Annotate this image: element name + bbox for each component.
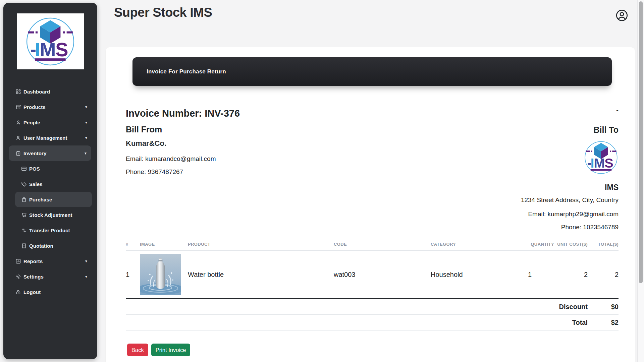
sidebar-item-dashboard[interactable]: Dashboard <box>3 84 97 99</box>
discount-value: $0 <box>588 299 619 315</box>
sidebar-item-label: Quotation <box>29 243 53 249</box>
scrollbar-track[interactable] <box>637 0 644 362</box>
sidebar-item-purchase[interactable]: Purchase <box>15 192 92 207</box>
back-button[interactable]: Back <box>127 344 148 356</box>
sidebar: Dashboard Products ▼ People ▼ User Manag… <box>3 3 97 359</box>
bill-from-email: Email: kumarandco@gmail.com <box>126 155 240 163</box>
people-icon <box>15 120 21 125</box>
discount-label: Discount <box>126 299 588 315</box>
bill-to-phone: Phone: 1023546789 <box>521 223 619 232</box>
logout-icon <box>15 289 21 295</box>
chevron-down-icon: ▼ <box>84 152 87 155</box>
purchase-icon <box>21 197 27 202</box>
chevron-down-icon: ▼ <box>85 136 88 140</box>
column-header-image: IMAGE <box>140 242 188 251</box>
sidebar-item-products[interactable]: Products ▼ <box>3 99 97 115</box>
sidebar-item-label: Transfer Product <box>29 228 70 233</box>
product-image <box>140 254 181 295</box>
sidebar-item-label: People <box>23 120 40 125</box>
bill-to-section: Bill To IMS 1234 Street Address, City, C… <box>521 124 619 232</box>
row-quantity: 1 <box>528 251 554 299</box>
sidebar-logo <box>17 13 84 69</box>
row-product: Water bottle <box>188 251 334 299</box>
sidebar-item-quotation[interactable]: Quotation <box>3 238 97 253</box>
bill-from-section: Invoice Number: INV-376 Bill From Kumar&… <box>126 108 240 181</box>
total-label: Total <box>126 315 588 330</box>
column-header-total: TOTAL($) <box>588 242 619 251</box>
dashboard-icon <box>15 89 21 95</box>
bill-from-phone: Phone: 9367487267 <box>126 168 240 176</box>
sidebar-nav: Dashboard Products ▼ People ▼ User Manag… <box>3 84 97 300</box>
sidebar-item-inventory[interactable]: Inventory ▼ <box>9 145 91 161</box>
action-buttons: Back Print Invoice <box>127 344 190 356</box>
products-icon <box>15 104 21 110</box>
sidebar-item-logout[interactable]: Logout <box>3 284 97 300</box>
sidebar-item-label: Settings <box>23 274 44 280</box>
quotation-icon <box>21 243 27 249</box>
row-unit-cost: 2 <box>554 251 588 299</box>
scrollbar-thumb[interactable] <box>639 1 643 283</box>
bill-to-company: IMS <box>521 182 619 192</box>
sidebar-item-stock-adjustment[interactable]: Stock Adjustment <box>3 207 97 223</box>
dash-placeholder: - <box>616 106 619 114</box>
total-row: Total $2 <box>126 315 619 330</box>
sidebar-item-label: Dashboard <box>23 89 50 95</box>
row-category: Household <box>431 251 528 299</box>
sidebar-item-sales[interactable]: Sales <box>3 176 97 192</box>
sidebar-item-label: Reports <box>23 258 43 264</box>
sidebar-item-settings[interactable]: Settings ▼ <box>3 269 97 284</box>
banner-title: Invoice For Purchase Return <box>147 68 226 75</box>
user-management-icon <box>15 135 21 141</box>
sidebar-item-people[interactable]: People ▼ <box>3 115 97 130</box>
sidebar-item-label: Purchase <box>29 197 52 202</box>
sidebar-item-reports[interactable]: Reports ▼ <box>3 253 97 269</box>
sidebar-item-label: POS <box>29 166 40 172</box>
bill-to-heading: Bill To <box>521 124 619 135</box>
sidebar-item-label: Stock Adjustment <box>29 212 72 218</box>
print-invoice-button[interactable]: Print Invoice <box>151 344 191 356</box>
transfer-product-icon <box>21 228 27 233</box>
bill-to-address: 1234 Street Address, City, Country <box>521 196 619 204</box>
sidebar-item-pos[interactable]: POS <box>3 161 97 176</box>
ims-logo-icon <box>25 16 76 67</box>
bill-to-email: Email: kumarphp29@gmail.com <box>521 210 619 219</box>
table-row: 1 <box>126 251 619 299</box>
reports-icon <box>15 258 21 264</box>
row-code: wat003 <box>334 251 431 299</box>
column-header-index: # <box>126 242 140 251</box>
sidebar-item-label: Sales <box>29 181 43 187</box>
inventory-icon <box>15 150 21 156</box>
invoice-banner: Invoice For Purchase Return <box>132 57 612 86</box>
sales-icon <box>21 181 27 187</box>
column-header-category: CATEGORY <box>431 242 528 251</box>
column-header-quantity: QUANTITY <box>528 242 554 251</box>
pos-icon <box>21 166 27 172</box>
column-header-product: PRODUCT <box>188 242 334 251</box>
column-header-code: CODE <box>334 242 431 251</box>
row-total: 2 <box>588 251 619 299</box>
sidebar-item-label: Logout <box>23 289 41 295</box>
sidebar-item-label: Inventory <box>23 150 46 156</box>
chevron-down-icon: ▼ <box>85 121 88 124</box>
sidebar-item-label: Products <box>23 104 46 110</box>
user-account-icon[interactable] <box>615 9 629 22</box>
table-header-row: # IMAGE PRODUCT CODE CATEGORY QUANTITY U… <box>126 242 619 251</box>
bill-from-heading: Bill From <box>126 124 240 135</box>
settings-icon <box>15 274 21 280</box>
chevron-down-icon: ▼ <box>85 105 88 109</box>
total-value: $2 <box>588 315 619 330</box>
invoice-number: Invoice Number: INV-376 <box>126 108 240 119</box>
invoice-items-table: # IMAGE PRODUCT CODE CATEGORY QUANTITY U… <box>126 242 619 330</box>
chevron-down-icon: ▼ <box>85 275 88 279</box>
page-title: Super Stock IMS <box>114 5 212 20</box>
chevron-down-icon: ▼ <box>85 259 88 263</box>
stock-adjustment-icon <box>21 212 27 218</box>
sidebar-item-label: User Management <box>23 135 67 141</box>
bill-from-company: Kumar&Co. <box>126 139 240 148</box>
discount-row: Discount $0 <box>126 299 619 315</box>
sidebar-item-transfer-product[interactable]: Transfer Product <box>3 223 97 238</box>
bill-to-logo-icon <box>584 140 619 175</box>
sidebar-item-user-management[interactable]: User Management ▼ <box>3 130 97 145</box>
invoice-card: Invoice For Purchase Return Invoice Numb… <box>106 47 635 362</box>
row-index: 1 <box>126 251 140 299</box>
